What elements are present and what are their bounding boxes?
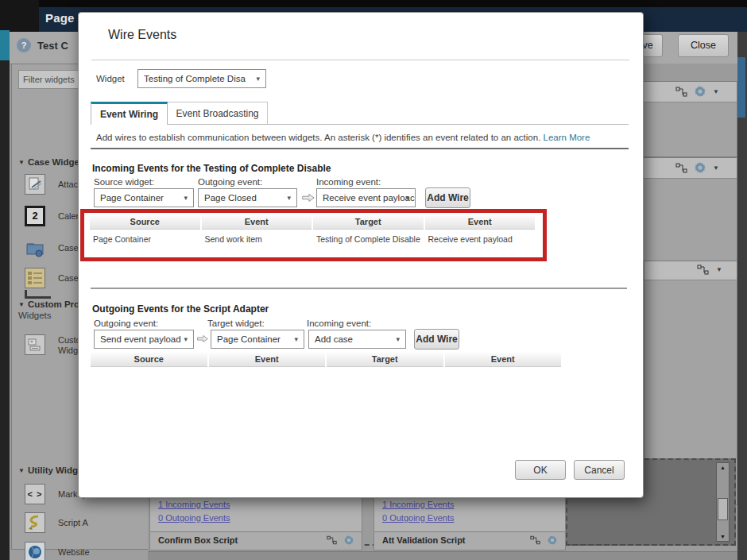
outgoing-events-link[interactable]: 0 Outgoing Events — [158, 513, 362, 523]
cancel-button[interactable]: Cancel — [574, 460, 625, 480]
incoming-events-link[interactable]: 1 Incoming Events — [382, 500, 565, 509]
script-adapter-icon — [25, 512, 45, 533]
attachment-icon — [25, 174, 45, 195]
title-divider — [91, 60, 629, 60]
target-widget-select[interactable]: Page Container ▾ — [211, 330, 304, 349]
chevron-down-icon[interactable]: ▼ — [716, 266, 722, 273]
outgoing-event-select[interactable]: Send event payload ▾ — [94, 330, 194, 349]
collapse-triangle-icon: ▼ — [18, 159, 25, 166]
window-top-edge — [0, 0, 747, 7]
chevron-down-icon: ▾ — [184, 330, 188, 348]
chevron-down-icon: ▾ — [184, 189, 188, 207]
incoming-events-heading: Incoming Events for the Testing of Compl… — [92, 163, 331, 174]
incoming-event-label: Incoming event: — [307, 319, 371, 328]
markup-icon: < > — [25, 484, 45, 504]
outgoing-events-heading: Outgoing Events for the Script Adapter — [92, 303, 269, 315]
sidebar-section-custom-widgets[interactable]: ▼Custom Pro — [18, 299, 79, 309]
wire-table-header: Source Event Target Event — [90, 215, 535, 230]
left-edge-strip — [0, 32, 10, 560]
widget-select[interactable]: Testing of Complete Disa ▾ — [137, 69, 266, 88]
sidebar-section-case-widgets[interactable]: ▼Case Widge — [18, 157, 79, 167]
description-divider — [91, 148, 629, 149]
incoming-event-select[interactable]: Add case ▾ — [308, 330, 406, 349]
column-header: Source — [91, 353, 207, 367]
chevron-down-icon[interactable]: ▼ — [713, 164, 719, 172]
add-wire-button[interactable]: Add Wire — [425, 187, 470, 208]
vertical-scrollbar[interactable]: ▲ ▼ — [716, 462, 730, 542]
outgoing-table-header: Source Event Target Event — [91, 353, 561, 367]
column-header: Target — [313, 215, 424, 230]
source-widget-select[interactable]: Page Container ▾ — [94, 188, 194, 207]
column-header: Event — [445, 353, 562, 367]
outgoing-event-label: Outgoing event: — [94, 319, 158, 328]
incoming-event-select[interactable]: Receive event payloac ▾ — [316, 188, 416, 207]
wire-icon[interactable] — [675, 163, 687, 173]
widget-title-bar-1: Confirm Box Script — [149, 531, 362, 550]
scroll-down-icon[interactable]: ▼ — [717, 534, 729, 539]
teal-accent-square — [0, 30, 10, 60]
chevron-down-icon: ▾ — [405, 189, 409, 207]
website-icon — [25, 542, 45, 560]
collapse-triangle-icon: ▼ — [18, 301, 25, 308]
custom-widget-icon — [25, 334, 45, 355]
page-designer-window: Page Desig ? Test C ve Close ▼Case Widge… — [0, 0, 747, 560]
chevron-down-icon: ▾ — [256, 70, 260, 87]
gear-icon[interactable] — [695, 86, 706, 97]
tab-event-broadcasting[interactable]: Event Broadcasting — [168, 102, 268, 124]
canvas-bottom-strip — [148, 551, 737, 560]
ok-button[interactable]: OK — [515, 460, 566, 480]
wire-direction-arrow-icon — [301, 192, 315, 203]
column-header: Event — [209, 353, 326, 367]
section-divider — [91, 288, 627, 289]
column-header: Target — [327, 353, 443, 367]
chevron-down-icon: ▾ — [396, 330, 400, 348]
palette-item-script-adapter[interactable]: Script A — [25, 512, 144, 535]
calendar-icon: 2 — [25, 206, 45, 226]
wire-table-highlight: Source Event Target Event Page Container… — [80, 209, 547, 261]
widget-title-bar-2: Att Validation Script — [374, 531, 566, 550]
page-title: Test C — [37, 40, 68, 52]
scroll-up-icon[interactable]: ▲ — [717, 465, 729, 470]
dialog-title: Wire Events — [108, 28, 176, 42]
wire-events-dialog: Wire Events Widget Testing of Complete D… — [78, 12, 644, 498]
wire-direction-arrow-icon — [196, 334, 211, 345]
palette-item-website[interactable]: Website — [25, 542, 144, 560]
widget-title: Confirm Box Script — [158, 535, 238, 545]
sidebar-section-custom-widgets-line2: Widgets — [18, 311, 52, 320]
incoming-events-link[interactable]: 1 Incoming Events — [158, 500, 362, 509]
wire-icon[interactable] — [530, 535, 540, 545]
gear-icon[interactable] — [344, 535, 354, 545]
chevron-down-icon: ▾ — [294, 330, 298, 348]
widget-title: Att Validation Script — [382, 535, 466, 545]
outgoing-events-link[interactable]: 0 Outgoing Events — [382, 513, 565, 523]
sidebar-section-utility-widgets[interactable]: ▼Utility Widge — [18, 465, 83, 475]
tabs-baseline — [91, 124, 629, 125]
outgoing-event-label: Outgoing event: — [198, 177, 262, 187]
gear-icon[interactable] — [695, 162, 706, 173]
help-icon[interactable]: ? — [17, 38, 31, 52]
column-header: Source — [90, 215, 200, 230]
widget-events-panel-2: 1 Incoming Events 0 Outgoing Events — [374, 495, 566, 534]
close-button[interactable]: Close — [678, 34, 729, 57]
wire-icon[interactable] — [697, 265, 709, 275]
wire-table-row[interactable]: Page Container Send work item Testing of… — [90, 234, 535, 244]
collapse-triangle-icon: ▼ — [18, 467, 25, 474]
outgoing-event-select[interactable]: Page Closed ▾ — [198, 188, 297, 207]
wire-icon[interactable] — [675, 87, 687, 97]
wire-icon[interactable] — [327, 535, 337, 545]
titlebar-notch — [0, 0, 39, 32]
incoming-event-label: Incoming event: — [316, 177, 381, 187]
tab-event-wiring[interactable]: Event Wiring — [91, 102, 168, 125]
scrollbar-thumb[interactable] — [718, 498, 728, 520]
gear-icon[interactable] — [548, 535, 557, 545]
column-header: Event — [425, 215, 536, 230]
dialog-description: Add wires to establish communication bet… — [96, 133, 590, 142]
column-header: Event — [202, 215, 312, 230]
chevron-down-icon[interactable]: ▼ — [713, 88, 719, 95]
widget-events-panel-1: 1 Incoming Events 0 Outgoing Events — [149, 495, 362, 534]
case-info-icon — [25, 238, 45, 258]
add-wire-button[interactable]: Add Wire — [414, 329, 459, 350]
clipped-widget-icon — [25, 290, 51, 299]
widget-label: Widget — [96, 74, 125, 83]
learn-more-link[interactable]: Learn More — [544, 133, 590, 142]
